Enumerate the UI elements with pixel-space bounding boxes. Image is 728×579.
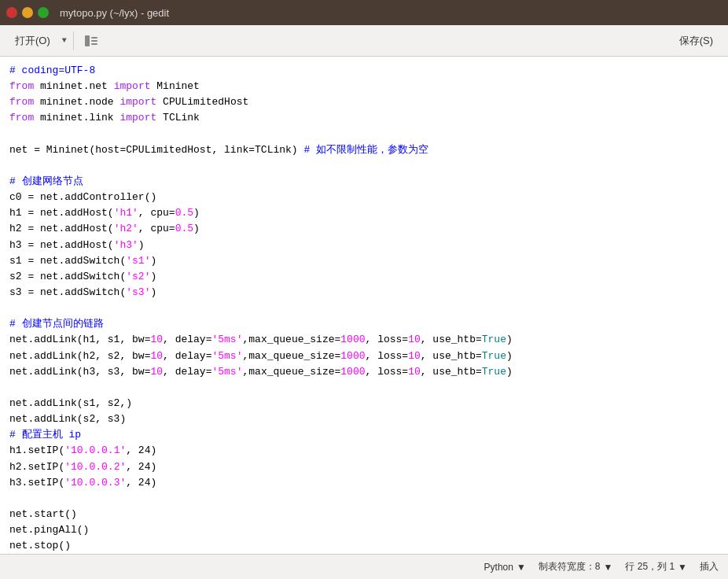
open-button[interactable]: 打开(O) [6,30,59,52]
sidebar-icon [85,35,97,46]
svg-rect-1 [91,37,97,39]
language-dropdown-icon: ▼ [517,562,526,573]
close-button[interactable] [6,7,17,18]
statusbar: Python ▼ 制表符宽度：8 ▼ 行 25，列 1 ▼ 插入 [0,554,728,579]
position-dropdown-icon: ▼ [678,562,687,573]
minimize-button[interactable] [22,7,33,18]
open-arrow-icon: ▼ [62,36,67,45]
mode-label: 插入 [700,560,719,573]
sidebar-toggle-button[interactable] [80,30,102,52]
svg-rect-0 [85,35,90,46]
maximize-button[interactable] [38,7,49,18]
code-content: # coding=UTF-8 from mininet.net import M… [9,63,719,554]
insert-mode: 插入 [700,560,719,573]
toolbar-separator [73,31,74,50]
tab-width-dropdown-icon: ▼ [604,562,613,573]
window-title: mytopo.py (~/lyx) - gedit [60,7,169,19]
toolbar: 打开(O) ▼ 保存(S) [0,25,728,57]
language-label: Python [484,562,513,573]
titlebar: mytopo.py (~/lyx) - gedit [0,0,728,25]
save-button[interactable]: 保存(S) [671,30,722,52]
cursor-position: 行 25，列 1 ▼ [625,560,687,573]
position-label: 行 25，列 1 [625,560,675,573]
tab-width-selector[interactable]: 制表符宽度：8 ▼ [539,560,613,573]
svg-rect-3 [91,43,97,45]
code-editor[interactable]: # coding=UTF-8 from mininet.net import M… [0,57,728,554]
language-selector[interactable]: Python ▼ [484,562,526,573]
tab-width-label: 制表符宽度：8 [539,560,601,573]
svg-rect-2 [91,40,97,42]
